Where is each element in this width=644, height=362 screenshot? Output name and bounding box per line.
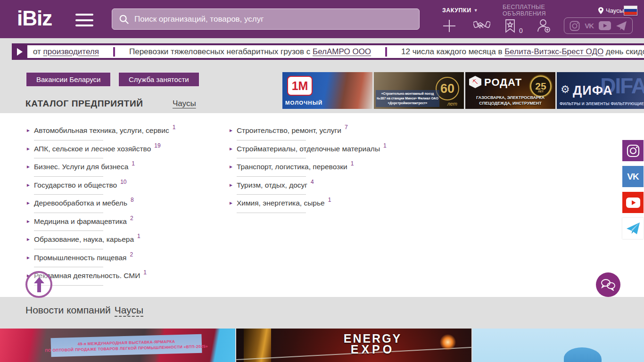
ticker-company-link[interactable]: БелАМРО ООО <box>313 47 371 57</box>
ticker-item: Перевозки тяжеловесных негабаритных груз… <box>99 47 371 57</box>
ticker-play-button[interactable] <box>12 43 27 60</box>
category-item[interactable]: ► Химия, энергетика, сырье 1 <box>229 197 408 215</box>
scroll-to-top-button[interactable] <box>25 271 52 298</box>
category-item[interactable]: ► Строительство, ремонт, услуги 7 <box>229 124 408 142</box>
favorites-bookmark-icon[interactable] <box>504 19 516 33</box>
category-item[interactable]: ► Рекламная деятельность. СМИ 1 <box>26 269 205 288</box>
social-rail: VK <box>622 140 644 244</box>
logo[interactable]: iBiz <box>17 7 52 30</box>
category-item[interactable]: ► Стройматериалы, отделочные материалы 1 <box>229 142 408 161</box>
user-register-icon[interactable] <box>536 18 551 33</box>
header-social-links: VK <box>564 17 633 34</box>
triangle-bullet-icon: ► <box>26 144 31 154</box>
category-count: 4 <box>311 179 314 185</box>
chat-bubbles-icon <box>601 279 616 291</box>
category-item[interactable]: ► Туризм, отдых, досуг 4 <box>229 179 408 197</box>
banner-rodat-title: РОДАТ <box>484 76 522 89</box>
youtube-icon[interactable] <box>599 21 611 30</box>
nav-zakupki[interactable]: ЗАКУПКИ▼ <box>442 7 478 14</box>
news-section-title: Новости компанийЧаусы <box>25 304 143 316</box>
banner-rodat[interactable]: ⛏ РОДАТ 25ЛЕТ ГАЗОСВАРКА, ЭЛЕКТРОСВАРКАС… <box>465 72 555 109</box>
handshake-partners-icon[interactable] <box>473 19 490 33</box>
location-pin-icon <box>598 7 603 14</box>
nav-city-selector[interactable]: Чаусы <box>598 7 624 14</box>
ticker-text: от <box>33 47 43 57</box>
decor-spark <box>440 334 456 350</box>
add-plus-icon[interactable] <box>442 19 456 33</box>
category-label[interactable]: Государство и общество <box>34 181 117 190</box>
vk-icon[interactable]: VK <box>622 166 644 187</box>
hamburger-menu-icon[interactable] <box>75 14 93 26</box>
category-item[interactable]: ► Деревообработка и мебель 8 <box>26 197 205 215</box>
catalog-column-right: ► Строительство, ремонт, услуги 7 ► Стро… <box>229 124 408 215</box>
category-label[interactable]: Автомобильная техника, услуги, сервис <box>34 126 169 135</box>
ticker-track: от производителя Перевозки тяжеловесных … <box>27 45 644 58</box>
banner-smp387-text: «Строительно-монтажный поезд №387 на ста… <box>376 90 439 107</box>
triangle-bullet-icon: ► <box>229 144 233 154</box>
triangle-bullet-icon: ► <box>26 235 31 244</box>
blue-cap <box>564 347 602 362</box>
category-label[interactable]: Промышленность пищевая <box>34 253 127 263</box>
vk-icon[interactable]: VK <box>585 22 594 30</box>
banner-smp387[interactable]: 60 лет «Строительно-монтажный поезд №387… <box>374 72 464 109</box>
category-item[interactable]: ► Образование, наука, карьера 1 <box>26 233 205 251</box>
ticker-company-link[interactable]: Белита-Витэкс-Брест ОДО <box>504 47 603 57</box>
category-item[interactable]: ► Автомобильная техника, услуги, сервис … <box>26 124 205 142</box>
category-item[interactable]: ► Промышленность пищевая 2 <box>26 251 205 270</box>
category-item[interactable]: ► Транспорт, логистика, перевозки 1 <box>229 160 408 179</box>
language-flag-russian[interactable] <box>624 6 637 16</box>
top-navigation: ЗАКУПКИ▼ БЕСПЛАТНЫЕ ОБЪЯВЛЕНИЯ Чаусы <box>442 6 637 15</box>
search-icon <box>119 14 129 25</box>
ticker-company-link[interactable]: производителя <box>43 47 99 57</box>
category-label[interactable]: Бизнес. Услуги для бизнеса <box>34 162 128 172</box>
catalog-city-link[interactable]: Чаусы <box>173 99 196 108</box>
play-icon <box>17 48 23 56</box>
category-item[interactable]: ► Бизнес. Услуги для бизнеса 1 <box>26 160 205 179</box>
banner-difa-title: ДИФА <box>573 83 613 98</box>
exhibition-banner: 49-я МЕЖДУНАРОДНАЯ ВЫСТАВКА-ЯРМАРКА ПО О… <box>51 334 202 357</box>
category-label[interactable]: Стройматериалы, отделочные материалы <box>237 144 380 154</box>
category-item[interactable]: ► АПК, сельское и лесное хозяйство 19 <box>26 142 205 161</box>
category-count: 2 <box>130 251 133 258</box>
telegram-icon[interactable] <box>622 218 644 239</box>
instagram-icon[interactable] <box>570 21 580 31</box>
category-label[interactable]: Деревообработка и мебель <box>34 198 127 208</box>
triangle-bullet-icon: ► <box>26 126 31 135</box>
category-label[interactable]: Транспорт, логистика, перевозки <box>237 162 347 172</box>
triangle-bullet-icon: ► <box>26 181 31 190</box>
employment-service-button[interactable]: Служба занятости <box>118 72 199 87</box>
category-item[interactable]: ► Государство и общество 10 <box>26 179 205 197</box>
category-label[interactable]: АПК, сельское и лесное хозяйство <box>34 144 151 154</box>
category-item[interactable]: ► Медицина и фармацевтика 2 <box>26 215 205 233</box>
news-photo-energy-expo[interactable]: ENERGY EXPO 7-10 ОКТЯБРЯ <box>236 329 471 362</box>
news-photo-person[interactable] <box>472 329 644 362</box>
category-count: 8 <box>131 197 134 203</box>
category-count: 1 <box>137 233 140 239</box>
category-count: 19 <box>154 142 160 149</box>
banner-molochny[interactable]: 1М МОЛОЧНЫЙ <box>282 72 372 109</box>
category-count: 1 <box>383 142 387 149</box>
instagram-icon[interactable] <box>622 140 644 161</box>
banner-60-badge-sub: лет <box>447 101 457 107</box>
category-label[interactable]: Химия, энергетика, сырье <box>237 198 325 208</box>
news-city-link[interactable]: Чаусы <box>115 304 143 317</box>
category-label[interactable]: Туризм, отдых, досуг <box>237 181 307 190</box>
youtube-icon[interactable] <box>622 192 644 213</box>
news-photo-exhibition[interactable]: 49-я МЕЖДУНАРОДНАЯ ВЫСТАВКА-ЯРМАРКА ПО О… <box>0 329 235 362</box>
search-input[interactable] <box>134 15 413 24</box>
triangle-bullet-icon: ► <box>229 198 233 208</box>
gear-icon: ⚙ <box>561 83 570 96</box>
category-label[interactable]: Строительство, ремонт, услуги <box>237 126 341 135</box>
category-count: 1 <box>351 160 354 167</box>
ticker-text: Перевозки тяжеловесных негабаритных груз… <box>129 47 313 57</box>
triangle-bullet-icon: ► <box>26 162 31 172</box>
banner-difa[interactable]: DIFA ⚙ ДИФА ФИЛЬТРЫ И ЭЛЕМЕНТЫ ФИЛЬТРУЮЩ… <box>557 72 644 109</box>
chat-button[interactable] <box>596 272 620 297</box>
category-label[interactable]: Образование, наука, карьера <box>34 235 134 244</box>
telegram-icon[interactable] <box>616 21 627 31</box>
vacancies-button[interactable]: Вакансии Беларуси <box>26 72 111 87</box>
banner-difa-text: ФИЛЬТРЫ И ЭЛЕМЕНТЫ ФИЛЬТРУЮЩИЕ <box>557 102 644 106</box>
category-count: 1 <box>328 197 331 203</box>
category-label[interactable]: Медицина и фармацевтика <box>34 217 127 226</box>
nav-free-ads[interactable]: БЕСПЛАТНЫЕ ОБЪЯВЛЕНИЯ <box>503 4 584 17</box>
